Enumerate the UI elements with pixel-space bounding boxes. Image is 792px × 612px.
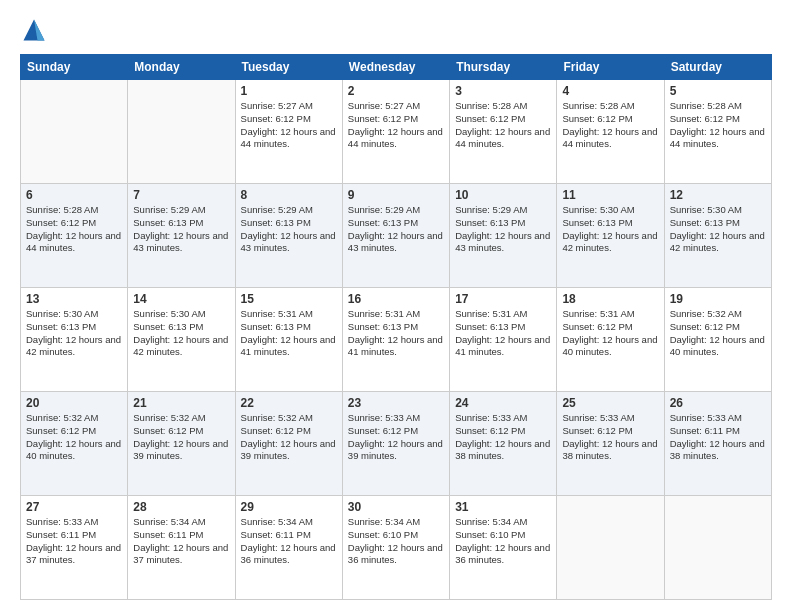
day-number: 11 xyxy=(562,188,658,202)
day-info: Sunrise: 5:29 AM Sunset: 6:13 PM Dayligh… xyxy=(348,204,444,255)
calendar-cell xyxy=(21,80,128,184)
weekday-header-friday: Friday xyxy=(557,55,664,80)
day-info: Sunrise: 5:31 AM Sunset: 6:13 PM Dayligh… xyxy=(348,308,444,359)
calendar-cell: 16Sunrise: 5:31 AM Sunset: 6:13 PM Dayli… xyxy=(342,288,449,392)
calendar-cell: 12Sunrise: 5:30 AM Sunset: 6:13 PM Dayli… xyxy=(664,184,771,288)
week-row-2: 6Sunrise: 5:28 AM Sunset: 6:12 PM Daylig… xyxy=(21,184,772,288)
page: SundayMondayTuesdayWednesdayThursdayFrid… xyxy=(0,0,792,612)
day-number: 15 xyxy=(241,292,337,306)
day-info: Sunrise: 5:34 AM Sunset: 6:11 PM Dayligh… xyxy=(241,516,337,567)
calendar-cell: 29Sunrise: 5:34 AM Sunset: 6:11 PM Dayli… xyxy=(235,496,342,600)
day-number: 2 xyxy=(348,84,444,98)
calendar-cell: 3Sunrise: 5:28 AM Sunset: 6:12 PM Daylig… xyxy=(450,80,557,184)
calendar-cell xyxy=(128,80,235,184)
calendar-cell: 11Sunrise: 5:30 AM Sunset: 6:13 PM Dayli… xyxy=(557,184,664,288)
weekday-header-tuesday: Tuesday xyxy=(235,55,342,80)
day-info: Sunrise: 5:32 AM Sunset: 6:12 PM Dayligh… xyxy=(133,412,229,463)
day-info: Sunrise: 5:32 AM Sunset: 6:12 PM Dayligh… xyxy=(670,308,766,359)
calendar-cell: 30Sunrise: 5:34 AM Sunset: 6:10 PM Dayli… xyxy=(342,496,449,600)
calendar-cell xyxy=(664,496,771,600)
day-info: Sunrise: 5:29 AM Sunset: 6:13 PM Dayligh… xyxy=(133,204,229,255)
day-info: Sunrise: 5:28 AM Sunset: 6:12 PM Dayligh… xyxy=(26,204,122,255)
calendar-cell: 15Sunrise: 5:31 AM Sunset: 6:13 PM Dayli… xyxy=(235,288,342,392)
day-number: 16 xyxy=(348,292,444,306)
day-info: Sunrise: 5:30 AM Sunset: 6:13 PM Dayligh… xyxy=(562,204,658,255)
week-row-3: 13Sunrise: 5:30 AM Sunset: 6:13 PM Dayli… xyxy=(21,288,772,392)
day-info: Sunrise: 5:34 AM Sunset: 6:10 PM Dayligh… xyxy=(348,516,444,567)
day-number: 28 xyxy=(133,500,229,514)
day-info: Sunrise: 5:30 AM Sunset: 6:13 PM Dayligh… xyxy=(670,204,766,255)
day-number: 14 xyxy=(133,292,229,306)
logo-icon xyxy=(20,16,48,44)
day-number: 7 xyxy=(133,188,229,202)
day-number: 29 xyxy=(241,500,337,514)
week-row-4: 20Sunrise: 5:32 AM Sunset: 6:12 PM Dayli… xyxy=(21,392,772,496)
calendar-cell: 2Sunrise: 5:27 AM Sunset: 6:12 PM Daylig… xyxy=(342,80,449,184)
day-number: 21 xyxy=(133,396,229,410)
day-info: Sunrise: 5:31 AM Sunset: 6:13 PM Dayligh… xyxy=(241,308,337,359)
calendar-cell: 26Sunrise: 5:33 AM Sunset: 6:11 PM Dayli… xyxy=(664,392,771,496)
calendar-cell: 24Sunrise: 5:33 AM Sunset: 6:12 PM Dayli… xyxy=(450,392,557,496)
calendar-cell: 23Sunrise: 5:33 AM Sunset: 6:12 PM Dayli… xyxy=(342,392,449,496)
calendar-cell: 28Sunrise: 5:34 AM Sunset: 6:11 PM Dayli… xyxy=(128,496,235,600)
day-info: Sunrise: 5:31 AM Sunset: 6:12 PM Dayligh… xyxy=(562,308,658,359)
day-number: 10 xyxy=(455,188,551,202)
day-number: 30 xyxy=(348,500,444,514)
day-number: 12 xyxy=(670,188,766,202)
day-info: Sunrise: 5:32 AM Sunset: 6:12 PM Dayligh… xyxy=(26,412,122,463)
day-number: 26 xyxy=(670,396,766,410)
day-info: Sunrise: 5:32 AM Sunset: 6:12 PM Dayligh… xyxy=(241,412,337,463)
day-info: Sunrise: 5:34 AM Sunset: 6:10 PM Dayligh… xyxy=(455,516,551,567)
day-number: 31 xyxy=(455,500,551,514)
day-number: 24 xyxy=(455,396,551,410)
day-info: Sunrise: 5:28 AM Sunset: 6:12 PM Dayligh… xyxy=(455,100,551,151)
calendar-cell: 14Sunrise: 5:30 AM Sunset: 6:13 PM Dayli… xyxy=(128,288,235,392)
day-number: 19 xyxy=(670,292,766,306)
day-number: 9 xyxy=(348,188,444,202)
calendar-cell: 25Sunrise: 5:33 AM Sunset: 6:12 PM Dayli… xyxy=(557,392,664,496)
weekday-header-monday: Monday xyxy=(128,55,235,80)
weekday-header-sunday: Sunday xyxy=(21,55,128,80)
calendar-cell: 31Sunrise: 5:34 AM Sunset: 6:10 PM Dayli… xyxy=(450,496,557,600)
day-info: Sunrise: 5:33 AM Sunset: 6:12 PM Dayligh… xyxy=(348,412,444,463)
day-info: Sunrise: 5:27 AM Sunset: 6:12 PM Dayligh… xyxy=(348,100,444,151)
day-number: 5 xyxy=(670,84,766,98)
day-number: 6 xyxy=(26,188,122,202)
calendar-cell: 22Sunrise: 5:32 AM Sunset: 6:12 PM Dayli… xyxy=(235,392,342,496)
day-number: 8 xyxy=(241,188,337,202)
day-number: 3 xyxy=(455,84,551,98)
day-info: Sunrise: 5:29 AM Sunset: 6:13 PM Dayligh… xyxy=(241,204,337,255)
calendar-cell: 5Sunrise: 5:28 AM Sunset: 6:12 PM Daylig… xyxy=(664,80,771,184)
day-info: Sunrise: 5:33 AM Sunset: 6:11 PM Dayligh… xyxy=(26,516,122,567)
calendar-cell: 19Sunrise: 5:32 AM Sunset: 6:12 PM Dayli… xyxy=(664,288,771,392)
day-info: Sunrise: 5:30 AM Sunset: 6:13 PM Dayligh… xyxy=(26,308,122,359)
day-info: Sunrise: 5:27 AM Sunset: 6:12 PM Dayligh… xyxy=(241,100,337,151)
day-info: Sunrise: 5:30 AM Sunset: 6:13 PM Dayligh… xyxy=(133,308,229,359)
day-number: 18 xyxy=(562,292,658,306)
calendar-cell: 9Sunrise: 5:29 AM Sunset: 6:13 PM Daylig… xyxy=(342,184,449,288)
day-number: 17 xyxy=(455,292,551,306)
day-info: Sunrise: 5:33 AM Sunset: 6:12 PM Dayligh… xyxy=(562,412,658,463)
day-number: 25 xyxy=(562,396,658,410)
weekday-header-wednesday: Wednesday xyxy=(342,55,449,80)
day-number: 20 xyxy=(26,396,122,410)
weekday-header-thursday: Thursday xyxy=(450,55,557,80)
day-info: Sunrise: 5:31 AM Sunset: 6:13 PM Dayligh… xyxy=(455,308,551,359)
calendar-cell: 20Sunrise: 5:32 AM Sunset: 6:12 PM Dayli… xyxy=(21,392,128,496)
day-info: Sunrise: 5:29 AM Sunset: 6:13 PM Dayligh… xyxy=(455,204,551,255)
week-row-1: 1Sunrise: 5:27 AM Sunset: 6:12 PM Daylig… xyxy=(21,80,772,184)
day-number: 27 xyxy=(26,500,122,514)
day-number: 22 xyxy=(241,396,337,410)
day-info: Sunrise: 5:34 AM Sunset: 6:11 PM Dayligh… xyxy=(133,516,229,567)
day-info: Sunrise: 5:33 AM Sunset: 6:11 PM Dayligh… xyxy=(670,412,766,463)
day-number: 13 xyxy=(26,292,122,306)
calendar-cell: 18Sunrise: 5:31 AM Sunset: 6:12 PM Dayli… xyxy=(557,288,664,392)
calendar-table: SundayMondayTuesdayWednesdayThursdayFrid… xyxy=(20,54,772,600)
weekday-header-saturday: Saturday xyxy=(664,55,771,80)
calendar-cell: 27Sunrise: 5:33 AM Sunset: 6:11 PM Dayli… xyxy=(21,496,128,600)
calendar-cell: 4Sunrise: 5:28 AM Sunset: 6:12 PM Daylig… xyxy=(557,80,664,184)
day-number: 23 xyxy=(348,396,444,410)
calendar-cell: 17Sunrise: 5:31 AM Sunset: 6:13 PM Dayli… xyxy=(450,288,557,392)
calendar-cell: 10Sunrise: 5:29 AM Sunset: 6:13 PM Dayli… xyxy=(450,184,557,288)
calendar-cell xyxy=(557,496,664,600)
